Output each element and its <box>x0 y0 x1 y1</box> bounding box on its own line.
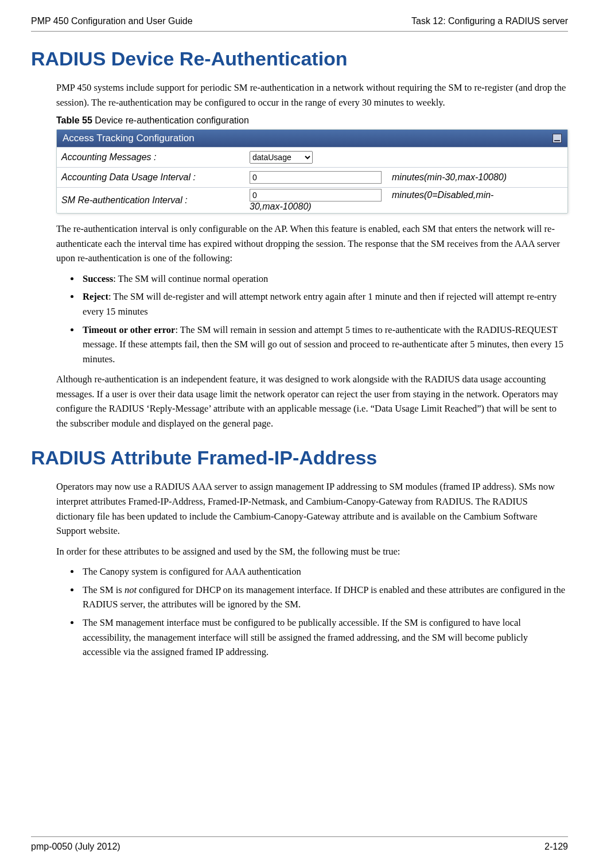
minimize-icon[interactable] <box>553 134 562 143</box>
s1-para2: The re-authentication interval is only c… <box>56 222 568 266</box>
access-tracking-panel: Access Tracking Configuration Accounting… <box>56 129 568 214</box>
row-data-usage-interval: Accounting Data Usage Interval : minutes… <box>57 167 567 187</box>
label-data-usage-interval: Accounting Data Usage Interval : <box>61 172 250 183</box>
table-caption-number: Table 55 <box>56 115 92 125</box>
row-reauth-interval: SM Re-authentication Interval : minutes(… <box>57 187 567 213</box>
panel-title: Access Tracking Configuration <box>63 133 195 144</box>
input-reauth-interval[interactable] <box>250 189 382 202</box>
footer-left: pmp-0050 (July 2012) <box>31 842 120 852</box>
heading-radius-reauth: RADIUS Device Re-Authentication <box>31 48 568 70</box>
s2-bullets: The Canopy system is configured for AAA … <box>56 564 568 659</box>
row-accounting-messages: Accounting Messages : dataUsage <box>57 147 567 167</box>
label-accounting-messages: Accounting Messages : <box>61 152 250 162</box>
s2-para1: Operators may now use a RADIUS AAA serve… <box>56 479 568 538</box>
s2-bullet-1: The Canopy system is configured for AAA … <box>80 564 568 579</box>
s2-bullet-3: The SM management interface must be conf… <box>80 615 568 660</box>
s1-bullets: Success: The SM will continue normal ope… <box>56 272 568 366</box>
label-reauth-interval: SM Re-authentication Interval : <box>61 195 250 206</box>
s1-para3: Although re-authentication is an indepen… <box>56 372 568 431</box>
hint-reauth-interval-1: minutes(0=Disabled,min- <box>392 190 493 200</box>
s2-para2: In order for these attributes to be assi… <box>56 544 568 559</box>
hint-reauth-interval-2: 30,max-10080) <box>250 202 312 212</box>
table-caption-text: Device re-authentication configuration <box>92 115 249 125</box>
s1-bullet-reject: Reject: The SM will de-register and will… <box>80 289 568 319</box>
select-accounting-messages[interactable]: dataUsage <box>250 151 313 164</box>
s2-bullet-2: The SM is not configured for DHCP on its… <box>80 583 568 612</box>
panel-header: Access Tracking Configuration <box>57 130 567 147</box>
table-caption: Table 55 Device re-authentication config… <box>56 115 568 126</box>
input-data-usage-interval[interactable] <box>250 171 382 184</box>
s1-bullet-success: Success: The SM will continue normal ope… <box>80 272 568 286</box>
page-header: PMP 450 Configuration and User Guide Tas… <box>31 16 568 32</box>
hint-data-usage-interval: minutes(min-30,max-10080) <box>392 172 507 183</box>
header-left: PMP 450 Configuration and User Guide <box>31 16 193 26</box>
s1-bullet-timeout: Timeout or other error: The SM will rema… <box>80 323 568 367</box>
page-footer: pmp-0050 (July 2012) 2-129 <box>31 836 568 852</box>
footer-right: 2-129 <box>544 842 568 852</box>
heading-framed-ip: RADIUS Attribute Framed-IP-Address <box>31 447 568 469</box>
header-right: Task 12: Configuring a RADIUS server <box>411 16 568 26</box>
s1-intro: PMP 450 systems include support for peri… <box>56 80 568 110</box>
